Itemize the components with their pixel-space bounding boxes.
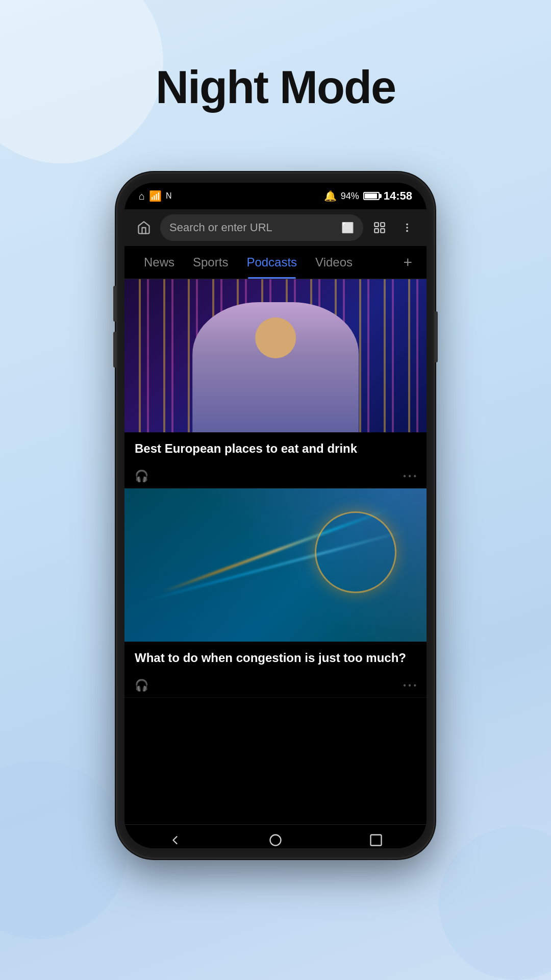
svg-point-5: [406, 227, 408, 229]
tab-news[interactable]: News: [135, 251, 184, 274]
svg-rect-3: [381, 229, 385, 233]
tab-sports[interactable]: Sports: [184, 251, 237, 274]
tab-podcasts[interactable]: Podcasts: [237, 251, 306, 274]
menu-button[interactable]: [396, 216, 418, 239]
wifi-icon: 📶: [149, 190, 162, 202]
url-bar[interactable]: Search or enter URL ⬜: [160, 214, 363, 241]
article-meta-2: 🎧 • • •: [124, 674, 427, 697]
article-title-bar-2: What to do when congestion is just too m…: [124, 642, 427, 674]
svg-point-6: [406, 230, 408, 232]
face-decoration: [255, 317, 296, 358]
svg-rect-1: [381, 223, 385, 227]
url-text: Search or enter URL: [169, 221, 337, 234]
phone-shell: ⌂ 📶 N 🔔 94% 14:58: [117, 174, 434, 857]
svg-rect-8: [371, 835, 382, 845]
tab-bar: News Sports Podcasts Videos +: [124, 246, 427, 279]
battery-icon: [363, 192, 380, 200]
recents-button[interactable]: [361, 825, 391, 849]
status-icons-right: 🔔 94% 14:58: [324, 189, 412, 203]
home-status-icon: ⌂: [139, 190, 145, 202]
article-meta-1: 🎧 • • •: [124, 464, 427, 488]
svg-rect-0: [374, 223, 379, 227]
article-card-2: What to do when congestion is just too m…: [124, 488, 427, 698]
person-decoration: [192, 302, 359, 432]
qr-icon: ⬜: [341, 222, 354, 234]
bg-decoration-bottom-right: [439, 827, 551, 980]
article-title-2: What to do when congestion is just too m…: [135, 650, 416, 666]
back-button[interactable]: [160, 825, 190, 849]
article-options-2[interactable]: • • •: [403, 681, 416, 690]
circle-decoration: [315, 511, 396, 593]
volume-down-button[interactable]: [113, 332, 116, 368]
article-image-2: [124, 488, 427, 642]
alarm-icon: 🔔: [324, 190, 337, 202]
battery-percent: 94%: [341, 191, 359, 202]
status-icons-left: ⌂ 📶 N: [139, 190, 172, 202]
article-title-bar-1: Best European places to eat and drink: [124, 432, 427, 464]
home-nav-button[interactable]: [260, 825, 291, 849]
article-card-1: Best European places to eat and drink 🎧 …: [124, 279, 427, 488]
podcast-icon-1: 🎧: [135, 470, 148, 483]
tab-add-button[interactable]: +: [399, 254, 416, 271]
article-image-1: [124, 279, 427, 432]
status-time: 14:58: [384, 189, 412, 203]
content-area: Best European places to eat and drink 🎧 …: [124, 279, 427, 824]
volume-up-button[interactable]: [113, 286, 116, 322]
nfc-icon: N: [166, 191, 172, 201]
nav-bar: [124, 824, 427, 848]
svg-rect-2: [374, 229, 379, 233]
page-title: Night Mode: [0, 61, 551, 114]
podcast-icon-2: 🎧: [135, 679, 148, 692]
article-options-1[interactable]: • • •: [403, 472, 416, 481]
browser-toolbar: Search or enter URL ⬜: [124, 209, 427, 246]
phone-mockup: ⌂ 📶 N 🔔 94% 14:58: [117, 174, 434, 857]
home-button[interactable]: [133, 216, 155, 239]
status-bar: ⌂ 📶 N 🔔 94% 14:58: [124, 183, 427, 209]
svg-point-4: [406, 224, 408, 226]
phone-screen: ⌂ 📶 N 🔔 94% 14:58: [124, 183, 427, 848]
article-title-1: Best European places to eat and drink: [135, 440, 416, 456]
tabs-button[interactable]: [368, 216, 391, 239]
tab-videos[interactable]: Videos: [306, 251, 362, 274]
bg-decoration-bottom-left: [0, 761, 128, 939]
power-button[interactable]: [435, 311, 438, 362]
svg-point-7: [270, 835, 281, 845]
